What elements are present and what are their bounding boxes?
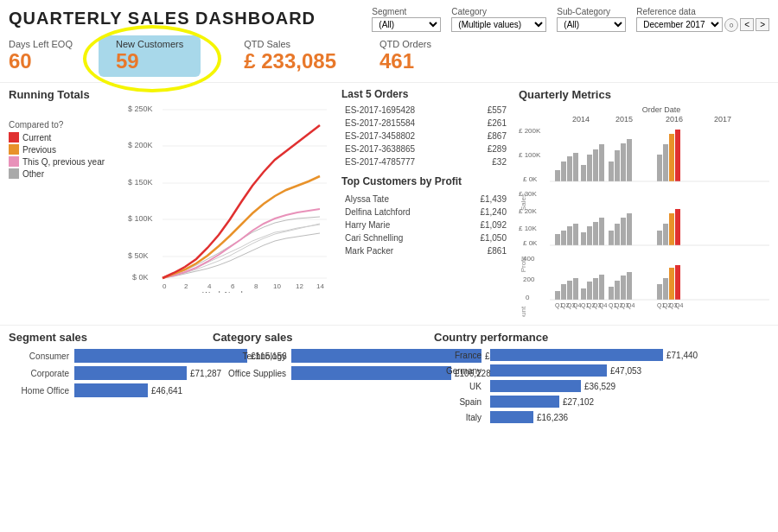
svg-rect-76 bbox=[573, 278, 578, 300]
svg-rect-63 bbox=[627, 213, 632, 245]
svg-text:2: 2 bbox=[184, 282, 188, 290]
days-left-kpi: Days Left EOQ 60 bbox=[9, 39, 73, 73]
svg-rect-74 bbox=[561, 284, 566, 300]
page-title: QUARTERLY SALES DASHBOARD bbox=[9, 3, 316, 28]
svg-rect-30 bbox=[555, 170, 560, 181]
quarterly-metrics-title: Quarterly Metrics bbox=[519, 88, 769, 101]
svg-rect-79 bbox=[593, 278, 598, 300]
country-bar-row: Germany £47,053 bbox=[434, 364, 769, 377]
customer-row: Harry Marie£1,092 bbox=[341, 218, 510, 231]
category-select[interactable]: (Multiple values) bbox=[451, 17, 546, 32]
svg-rect-75 bbox=[567, 281, 572, 300]
qtd-sales-kpi: QTD Sales £ 233,085 bbox=[244, 39, 336, 73]
bar bbox=[490, 364, 607, 377]
svg-rect-88 bbox=[675, 265, 680, 300]
svg-rect-61 bbox=[615, 224, 620, 245]
svg-rect-82 bbox=[615, 281, 620, 300]
reference-select[interactable]: December 2017 bbox=[636, 17, 723, 32]
legend-other-label: Other bbox=[22, 169, 44, 179]
segment-sales-panel: Segment sales Consumer £115,156 Corporat… bbox=[9, 331, 199, 427]
top-customers-table: Alyssa Tate£1,439Delfina Latchford£1,240… bbox=[341, 193, 510, 257]
order-row: ES-2017-3638865£289 bbox=[341, 142, 510, 155]
svg-rect-73 bbox=[555, 291, 560, 300]
svg-rect-86 bbox=[663, 278, 668, 300]
top-customers-title: Top Customers by Profit bbox=[341, 175, 510, 187]
svg-text:0: 0 bbox=[526, 294, 530, 301]
category-sales-panel: Category sales Technology £126,856 Offic… bbox=[213, 331, 420, 427]
country-bar-row: Spain £27,102 bbox=[434, 396, 769, 408]
country-performance-title: Country performance bbox=[434, 331, 769, 344]
svg-text:$ 100K: $ 100K bbox=[128, 214, 153, 223]
svg-text:£ 200K: £ 200K bbox=[519, 127, 541, 135]
svg-rect-53 bbox=[561, 231, 566, 245]
running-totals-chart: $ 250K $ 200K $ 150K $ 100K $ 50K $ 0K 0… bbox=[128, 103, 327, 295]
svg-rect-67 bbox=[675, 209, 680, 245]
svg-rect-64 bbox=[657, 231, 662, 245]
svg-text:2016: 2016 bbox=[666, 115, 683, 124]
country-bar-row: UK £36,529 bbox=[434, 380, 769, 392]
nav-circle-button[interactable]: ○ bbox=[724, 18, 738, 32]
svg-rect-62 bbox=[621, 218, 626, 245]
svg-text:0: 0 bbox=[163, 282, 167, 290]
legend-thisq-label: This Q, previous year bbox=[22, 157, 105, 167]
svg-rect-43 bbox=[663, 144, 668, 181]
bar-value: £27,102 bbox=[563, 397, 594, 407]
segment-bar-row: Consumer £115,156 bbox=[9, 349, 199, 363]
svg-rect-84 bbox=[627, 272, 632, 300]
quarterly-metrics-panel: Quarterly Metrics Order Date 2014 2015 2… bbox=[519, 88, 769, 320]
svg-rect-45 bbox=[675, 130, 680, 181]
running-totals-title: Running Totals bbox=[9, 88, 333, 101]
segment-select[interactable]: (All) bbox=[372, 17, 441, 32]
svg-rect-81 bbox=[609, 287, 614, 300]
svg-text:£ 20K: £ 20K bbox=[519, 207, 538, 215]
svg-rect-54 bbox=[567, 226, 572, 245]
order-row: ES-2017-2815584£261 bbox=[341, 117, 510, 130]
svg-text:Q4: Q4 bbox=[627, 302, 635, 309]
middle-panel: Last 5 Orders ES-2017-1695428£557ES-2017… bbox=[341, 88, 510, 320]
svg-rect-80 bbox=[599, 275, 604, 300]
svg-rect-32 bbox=[567, 156, 572, 181]
svg-text:14: 14 bbox=[316, 282, 324, 290]
svg-text:12: 12 bbox=[296, 282, 303, 290]
nav-prev-button[interactable]: < bbox=[740, 18, 754, 31]
order-row: ES-2017-3458802£867 bbox=[341, 130, 510, 142]
svg-text:$ 50K: $ 50K bbox=[128, 251, 149, 260]
qtd-orders-kpi: QTD Orders 461 bbox=[379, 39, 431, 73]
svg-text:$ 250K: $ 250K bbox=[128, 104, 153, 113]
bar bbox=[74, 383, 148, 397]
bar bbox=[490, 380, 581, 392]
svg-rect-78 bbox=[587, 282, 592, 300]
subcategory-label: Sub-Category bbox=[557, 7, 626, 16]
bar-value: £47,053 bbox=[610, 366, 641, 376]
svg-rect-59 bbox=[599, 218, 604, 245]
legend-thisq-color bbox=[9, 156, 19, 167]
svg-rect-38 bbox=[609, 162, 614, 181]
new-customers-value: 59 bbox=[116, 49, 183, 73]
svg-text:10: 10 bbox=[273, 282, 281, 290]
chart-legend: Compared to? Current Previous This Q, pr… bbox=[9, 103, 121, 295]
svg-text:Order count: Order count bbox=[520, 306, 527, 317]
segment-bars: Consumer £115,156 Corporate £71,287 Home… bbox=[9, 349, 199, 397]
svg-text:4: 4 bbox=[207, 282, 212, 290]
customer-row: Alyssa Tate£1,439 bbox=[341, 193, 510, 206]
svg-rect-40 bbox=[621, 143, 626, 181]
svg-rect-41 bbox=[627, 139, 632, 181]
order-row: ES-2017-4785777£32 bbox=[341, 155, 510, 168]
category-bar-row: Technology £126,856 bbox=[213, 349, 420, 363]
last-orders-title: Last 5 Orders bbox=[341, 88, 510, 100]
svg-text:£ 100K: £ 100K bbox=[519, 151, 541, 159]
nav-next-button[interactable]: > bbox=[756, 18, 769, 31]
svg-rect-85 bbox=[657, 284, 662, 300]
svg-text:$ 200K: $ 200K bbox=[128, 141, 153, 149]
svg-rect-52 bbox=[555, 234, 560, 245]
svg-rect-66 bbox=[669, 213, 674, 245]
bar bbox=[490, 411, 533, 423]
svg-rect-83 bbox=[621, 276, 626, 300]
svg-rect-44 bbox=[669, 134, 674, 181]
running-totals-panel: Running Totals Compared to? Current Prev… bbox=[9, 88, 333, 320]
svg-text:$ 0K: $ 0K bbox=[132, 273, 149, 282]
subcategory-select[interactable]: (All) bbox=[557, 17, 626, 32]
bar-value: £46,641 bbox=[151, 386, 182, 396]
category-label: Category bbox=[451, 7, 546, 16]
days-left-label: Days Left EOQ bbox=[9, 39, 73, 49]
